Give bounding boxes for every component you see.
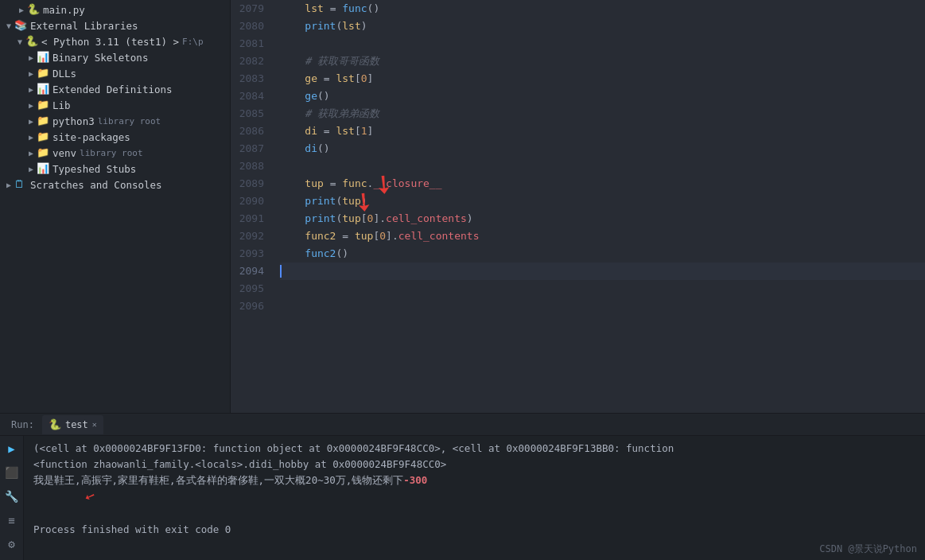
sidebar-badge: library root: [80, 148, 142, 158]
code-line: ge(): [280, 88, 925, 105]
sidebar-label: Lib: [52, 99, 71, 111]
folder-icon: 📁: [37, 130, 49, 143]
settings-button[interactable]: ⚙: [4, 536, 20, 552]
line-numbers: 2079 2080 2081 2082 2083 2084 2085 2086 …: [231, 0, 272, 413]
sidebar-item-typeshed-stubs[interactable]: ▶ 📊 Typeshed Stubs: [0, 161, 230, 177]
scratches-icon: 🗒: [14, 178, 27, 191]
sidebar-item-dlls[interactable]: ▶ 📁 DLLs: [0, 65, 230, 81]
run-button[interactable]: ▶: [4, 441, 20, 457]
chevron-icon: ▶: [16, 6, 27, 14]
python-icon: 🐍: [25, 35, 38, 48]
py-file-icon: 🐍: [27, 3, 40, 16]
output-line: 我是鞋王,高振宇,家里有鞋柜,各式各样的奢侈鞋,一双大概20~30万,钱物还剩下…: [33, 472, 915, 522]
folder-icon: 📁: [37, 99, 49, 111]
panel-output: (<cell at 0x0000024BF9F13FD0: function o…: [24, 436, 925, 560]
sidebar-item-scratches[interactable]: ▶ 🗒 Scratches and Consoles: [0, 177, 230, 192]
code-content[interactable]: lst = func() print(lst) # 获取哥哥函数 ge = ls…: [272, 0, 925, 413]
sidebar-item-lib[interactable]: ▶ 📁 Lib: [0, 97, 230, 113]
chevron-icon: ▶: [25, 165, 37, 173]
chevron-icon: ▼: [3, 21, 14, 30]
library-icon: 📚: [14, 19, 27, 32]
panel-toolbar: ▶ ⬛ 🔧 ≡ ⚙: [0, 436, 24, 560]
code-line: func2 = tup[0].cell_contents: [280, 228, 925, 245]
red-arrow-output: ➚: [84, 488, 97, 506]
code-line: [280, 35, 925, 52]
chevron-icon: ▼: [14, 37, 25, 46]
code-line: lst = func(): [280, 0, 925, 18]
sidebar-item-python3[interactable]: ▶ 📁 python3 library root: [0, 113, 230, 129]
tab-close-button[interactable]: ✕: [92, 420, 97, 429]
sidebar-item-extended-definitions[interactable]: ▶ 📊 Extended Definitions: [0, 81, 230, 97]
folder-icon: 📁: [37, 146, 49, 159]
panel-content: ▶ ⬛ 🔧 ≡ ⚙ (<cell at 0x0000024BF9F13FD0: …: [0, 436, 925, 560]
chevron-icon: ▶: [25, 117, 37, 126]
stop-button[interactable]: ⬛: [4, 465, 20, 480]
watermark: CSDN @景天说Python: [819, 541, 917, 557]
sidebar: ▶ 🐍 main.py ▼ 📚 External Libraries ▼ 🐍 <…: [0, 0, 231, 413]
code-line: print(lst): [280, 18, 925, 35]
code-line: # 获取哥哥函数: [280, 52, 925, 70]
sidebar-label: Extended Definitions: [52, 84, 173, 95]
folder-icon: 📁: [37, 115, 49, 127]
code-line: di = lst[1]: [280, 122, 925, 140]
stubs-icon: 📊: [37, 162, 49, 175]
code-line: [280, 280, 925, 298]
output-line: Process finished with exit code 0: [33, 522, 915, 538]
sidebar-badge: F:\p: [182, 37, 204, 47]
sidebar-label: venv: [52, 147, 76, 159]
chevron-icon: ▶: [3, 181, 14, 189]
chevron-icon: ▶: [25, 53, 37, 62]
editor-wrapper: 2079 2080 2081 2082 2083 2084 2085 2086 …: [231, 0, 925, 413]
sidebar-label: Scratches and Consoles: [30, 179, 162, 191]
code-editor: 2079 2080 2081 2082 2083 2084 2085 2086 …: [231, 0, 925, 413]
code-line: di(): [280, 140, 925, 158]
code-line: [280, 158, 925, 175]
sidebar-label: < Python 3.11 (test1) >: [41, 36, 179, 48]
rerun-button[interactable]: 🔧: [4, 488, 20, 504]
sidebar-label: site-packages: [52, 131, 130, 143]
panel-tabs: Run: 🐍 test ✕: [0, 414, 925, 436]
code-line-cursor: [280, 262, 925, 280]
bar-chart-icon: 📊: [37, 51, 49, 64]
run-label: Run:: [6, 418, 39, 432]
chevron-icon: ▶: [25, 133, 37, 142]
sidebar-label: External Libraries: [30, 20, 138, 32]
sidebar-item-external-libraries[interactable]: ▼ 📚 External Libraries: [0, 18, 230, 33]
scroll-button[interactable]: ≡: [4, 512, 20, 528]
code-line: # 获取弟弟函数: [280, 105, 925, 122]
sidebar-label: python3: [52, 115, 95, 127]
output-line: <function zhaowanli_family.<locals>.didi…: [33, 457, 915, 472]
code-line: [280, 298, 925, 315]
sidebar-label: Typeshed Stubs: [52, 163, 136, 175]
sidebar-item-site-packages[interactable]: ▶ 📁 site-packages: [0, 129, 230, 145]
sidebar-label: DLLs: [52, 68, 76, 80]
code-area: 2079 2080 2081 2082 2083 2084 2085 2086 …: [231, 0, 925, 413]
output-line: (<cell at 0x0000024BF9F13FD0: function o…: [33, 441, 915, 457]
chevron-icon: ▶: [25, 101, 37, 110]
sidebar-label: main.py: [43, 4, 85, 16]
bar-chart-icon: 📊: [37, 83, 49, 95]
sidebar-item-main-py[interactable]: ▶ 🐍 main.py: [0, 2, 230, 18]
bottom-panel: Run: 🐍 test ✕ ▶ ⬛ 🔧 ≡ ⚙ (<cell at 0x0000…: [0, 413, 925, 560]
main-area: ▶ 🐍 main.py ▼ 📚 External Libraries ▼ 🐍 <…: [0, 0, 925, 413]
code-line: print(tup[0].cell_contents): [280, 210, 925, 228]
run-tab[interactable]: 🐍 test ✕: [42, 415, 103, 434]
sidebar-item-binary-skeletons[interactable]: ▶ 📊 Binary Skeletons: [0, 49, 230, 65]
folder-icon: 📁: [37, 67, 49, 80]
chevron-icon: ▶: [25, 69, 37, 78]
chevron-icon: ▶: [25, 85, 37, 94]
sidebar-label: Binary Skeletons: [52, 52, 148, 64]
sidebar-item-python311[interactable]: ▼ 🐍 < Python 3.11 (test1) > F:\p: [0, 33, 230, 49]
code-line: ge = lst[0]: [280, 70, 925, 88]
sidebar-item-venv[interactable]: ▶ 📁 venv library root: [0, 145, 230, 161]
tab-name: test: [65, 419, 88, 430]
sidebar-badge: library root: [98, 116, 161, 126]
chevron-icon: ▶: [25, 149, 37, 158]
code-line: func2(): [280, 245, 925, 262]
